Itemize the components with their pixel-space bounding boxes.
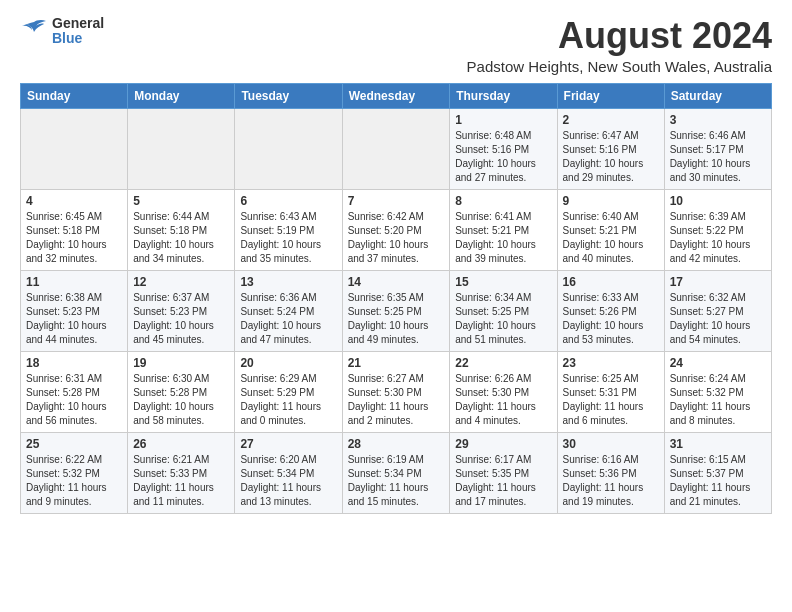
logo-text: General Blue bbox=[52, 16, 104, 47]
title-section: August 2024 Padstow Heights, New South W… bbox=[467, 16, 772, 75]
day-info: Sunrise: 6:26 AM Sunset: 5:30 PM Dayligh… bbox=[455, 372, 551, 428]
calendar-cell: 19Sunrise: 6:30 AM Sunset: 5:28 PM Dayli… bbox=[128, 351, 235, 432]
calendar-week-4: 18Sunrise: 6:31 AM Sunset: 5:28 PM Dayli… bbox=[21, 351, 772, 432]
day-info: Sunrise: 6:40 AM Sunset: 5:21 PM Dayligh… bbox=[563, 210, 659, 266]
calendar-cell: 2Sunrise: 6:47 AM Sunset: 5:16 PM Daylig… bbox=[557, 108, 664, 189]
calendar-cell: 24Sunrise: 6:24 AM Sunset: 5:32 PM Dayli… bbox=[664, 351, 771, 432]
calendar-cell: 7Sunrise: 6:42 AM Sunset: 5:20 PM Daylig… bbox=[342, 189, 450, 270]
calendar-table: SundayMondayTuesdayWednesdayThursdayFrid… bbox=[20, 83, 772, 514]
day-info: Sunrise: 6:27 AM Sunset: 5:30 PM Dayligh… bbox=[348, 372, 445, 428]
day-number: 5 bbox=[133, 194, 229, 208]
day-info: Sunrise: 6:16 AM Sunset: 5:36 PM Dayligh… bbox=[563, 453, 659, 509]
day-number: 3 bbox=[670, 113, 766, 127]
weekday-header-friday: Friday bbox=[557, 83, 664, 108]
weekday-header-sunday: Sunday bbox=[21, 83, 128, 108]
day-info: Sunrise: 6:29 AM Sunset: 5:29 PM Dayligh… bbox=[240, 372, 336, 428]
day-number: 14 bbox=[348, 275, 445, 289]
day-number: 18 bbox=[26, 356, 122, 370]
calendar-cell: 5Sunrise: 6:44 AM Sunset: 5:18 PM Daylig… bbox=[128, 189, 235, 270]
calendar-cell: 30Sunrise: 6:16 AM Sunset: 5:36 PM Dayli… bbox=[557, 432, 664, 513]
calendar-cell bbox=[342, 108, 450, 189]
calendar-week-1: 1Sunrise: 6:48 AM Sunset: 5:16 PM Daylig… bbox=[21, 108, 772, 189]
day-info: Sunrise: 6:46 AM Sunset: 5:17 PM Dayligh… bbox=[670, 129, 766, 185]
day-number: 22 bbox=[455, 356, 551, 370]
day-info: Sunrise: 6:32 AM Sunset: 5:27 PM Dayligh… bbox=[670, 291, 766, 347]
calendar-week-2: 4Sunrise: 6:45 AM Sunset: 5:18 PM Daylig… bbox=[21, 189, 772, 270]
calendar-cell: 29Sunrise: 6:17 AM Sunset: 5:35 PM Dayli… bbox=[450, 432, 557, 513]
calendar-cell: 17Sunrise: 6:32 AM Sunset: 5:27 PM Dayli… bbox=[664, 270, 771, 351]
logo-icon bbox=[20, 18, 48, 44]
calendar-cell: 26Sunrise: 6:21 AM Sunset: 5:33 PM Dayli… bbox=[128, 432, 235, 513]
calendar-cell: 21Sunrise: 6:27 AM Sunset: 5:30 PM Dayli… bbox=[342, 351, 450, 432]
day-info: Sunrise: 6:38 AM Sunset: 5:23 PM Dayligh… bbox=[26, 291, 122, 347]
day-number: 13 bbox=[240, 275, 336, 289]
weekday-header-wednesday: Wednesday bbox=[342, 83, 450, 108]
day-info: Sunrise: 6:33 AM Sunset: 5:26 PM Dayligh… bbox=[563, 291, 659, 347]
day-info: Sunrise: 6:43 AM Sunset: 5:19 PM Dayligh… bbox=[240, 210, 336, 266]
day-number: 29 bbox=[455, 437, 551, 451]
calendar-cell: 1Sunrise: 6:48 AM Sunset: 5:16 PM Daylig… bbox=[450, 108, 557, 189]
weekday-header-tuesday: Tuesday bbox=[235, 83, 342, 108]
day-number: 30 bbox=[563, 437, 659, 451]
day-info: Sunrise: 6:42 AM Sunset: 5:20 PM Dayligh… bbox=[348, 210, 445, 266]
day-info: Sunrise: 6:20 AM Sunset: 5:34 PM Dayligh… bbox=[240, 453, 336, 509]
day-info: Sunrise: 6:35 AM Sunset: 5:25 PM Dayligh… bbox=[348, 291, 445, 347]
calendar-week-5: 25Sunrise: 6:22 AM Sunset: 5:32 PM Dayli… bbox=[21, 432, 772, 513]
day-info: Sunrise: 6:41 AM Sunset: 5:21 PM Dayligh… bbox=[455, 210, 551, 266]
day-number: 27 bbox=[240, 437, 336, 451]
day-info: Sunrise: 6:17 AM Sunset: 5:35 PM Dayligh… bbox=[455, 453, 551, 509]
day-info: Sunrise: 6:21 AM Sunset: 5:33 PM Dayligh… bbox=[133, 453, 229, 509]
calendar-cell bbox=[21, 108, 128, 189]
calendar-cell: 20Sunrise: 6:29 AM Sunset: 5:29 PM Dayli… bbox=[235, 351, 342, 432]
day-info: Sunrise: 6:19 AM Sunset: 5:34 PM Dayligh… bbox=[348, 453, 445, 509]
calendar-cell: 22Sunrise: 6:26 AM Sunset: 5:30 PM Dayli… bbox=[450, 351, 557, 432]
day-info: Sunrise: 6:31 AM Sunset: 5:28 PM Dayligh… bbox=[26, 372, 122, 428]
day-number: 1 bbox=[455, 113, 551, 127]
day-info: Sunrise: 6:24 AM Sunset: 5:32 PM Dayligh… bbox=[670, 372, 766, 428]
calendar-cell: 16Sunrise: 6:33 AM Sunset: 5:26 PM Dayli… bbox=[557, 270, 664, 351]
header: General Blue August 2024 Padstow Heights… bbox=[20, 16, 772, 75]
calendar-cell: 8Sunrise: 6:41 AM Sunset: 5:21 PM Daylig… bbox=[450, 189, 557, 270]
day-info: Sunrise: 6:44 AM Sunset: 5:18 PM Dayligh… bbox=[133, 210, 229, 266]
day-info: Sunrise: 6:22 AM Sunset: 5:32 PM Dayligh… bbox=[26, 453, 122, 509]
day-number: 11 bbox=[26, 275, 122, 289]
day-info: Sunrise: 6:37 AM Sunset: 5:23 PM Dayligh… bbox=[133, 291, 229, 347]
day-info: Sunrise: 6:45 AM Sunset: 5:18 PM Dayligh… bbox=[26, 210, 122, 266]
day-number: 4 bbox=[26, 194, 122, 208]
calendar-cell: 18Sunrise: 6:31 AM Sunset: 5:28 PM Dayli… bbox=[21, 351, 128, 432]
day-number: 15 bbox=[455, 275, 551, 289]
day-number: 9 bbox=[563, 194, 659, 208]
calendar-cell: 4Sunrise: 6:45 AM Sunset: 5:18 PM Daylig… bbox=[21, 189, 128, 270]
calendar-header: SundayMondayTuesdayWednesdayThursdayFrid… bbox=[21, 83, 772, 108]
day-number: 31 bbox=[670, 437, 766, 451]
day-number: 17 bbox=[670, 275, 766, 289]
day-info: Sunrise: 6:36 AM Sunset: 5:24 PM Dayligh… bbox=[240, 291, 336, 347]
calendar-cell: 23Sunrise: 6:25 AM Sunset: 5:31 PM Dayli… bbox=[557, 351, 664, 432]
day-number: 19 bbox=[133, 356, 229, 370]
calendar-cell: 13Sunrise: 6:36 AM Sunset: 5:24 PM Dayli… bbox=[235, 270, 342, 351]
subtitle: Padstow Heights, New South Wales, Austra… bbox=[467, 58, 772, 75]
calendar-week-3: 11Sunrise: 6:38 AM Sunset: 5:23 PM Dayli… bbox=[21, 270, 772, 351]
day-number: 20 bbox=[240, 356, 336, 370]
calendar-cell: 3Sunrise: 6:46 AM Sunset: 5:17 PM Daylig… bbox=[664, 108, 771, 189]
day-info: Sunrise: 6:47 AM Sunset: 5:16 PM Dayligh… bbox=[563, 129, 659, 185]
day-number: 26 bbox=[133, 437, 229, 451]
calendar-cell: 25Sunrise: 6:22 AM Sunset: 5:32 PM Dayli… bbox=[21, 432, 128, 513]
weekday-header-monday: Monday bbox=[128, 83, 235, 108]
calendar-cell: 27Sunrise: 6:20 AM Sunset: 5:34 PM Dayli… bbox=[235, 432, 342, 513]
calendar-cell: 9Sunrise: 6:40 AM Sunset: 5:21 PM Daylig… bbox=[557, 189, 664, 270]
main-title: August 2024 bbox=[467, 16, 772, 56]
logo: General Blue bbox=[20, 16, 104, 47]
weekday-header-saturday: Saturday bbox=[664, 83, 771, 108]
day-info: Sunrise: 6:30 AM Sunset: 5:28 PM Dayligh… bbox=[133, 372, 229, 428]
calendar-cell: 11Sunrise: 6:38 AM Sunset: 5:23 PM Dayli… bbox=[21, 270, 128, 351]
day-info: Sunrise: 6:34 AM Sunset: 5:25 PM Dayligh… bbox=[455, 291, 551, 347]
calendar-cell: 31Sunrise: 6:15 AM Sunset: 5:37 PM Dayli… bbox=[664, 432, 771, 513]
day-info: Sunrise: 6:48 AM Sunset: 5:16 PM Dayligh… bbox=[455, 129, 551, 185]
calendar-cell bbox=[128, 108, 235, 189]
day-number: 6 bbox=[240, 194, 336, 208]
day-number: 23 bbox=[563, 356, 659, 370]
day-number: 28 bbox=[348, 437, 445, 451]
weekday-header-thursday: Thursday bbox=[450, 83, 557, 108]
calendar-cell: 6Sunrise: 6:43 AM Sunset: 5:19 PM Daylig… bbox=[235, 189, 342, 270]
